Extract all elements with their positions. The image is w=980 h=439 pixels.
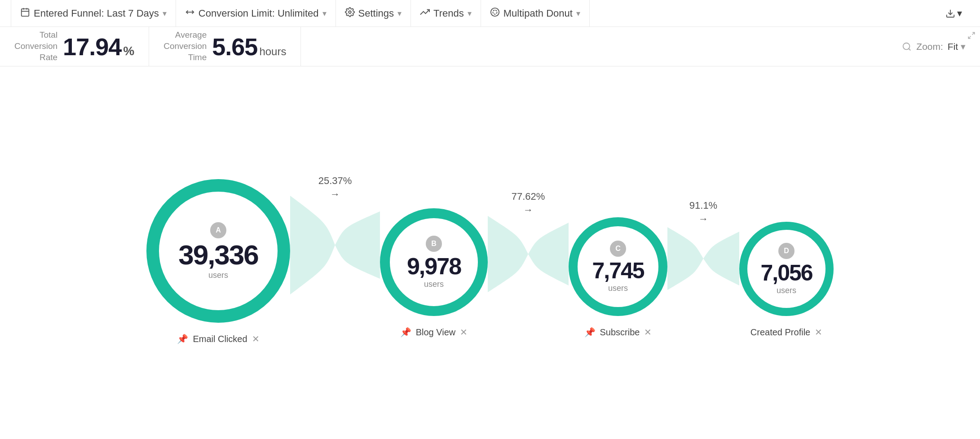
funnel-container: A 39,336 users 📌 Email Clicked ✕ 25.37% …	[146, 179, 834, 344]
rate-bc: 77.62%	[512, 191, 545, 202]
svg-line-12	[968, 36, 971, 39]
trends-chevron: ▾	[468, 9, 472, 18]
calendar-icon	[20, 7, 30, 20]
step-name-d: Created Profile ✕	[750, 327, 822, 338]
connector-bc: 77.62% →	[488, 191, 569, 306]
download-chevron: ▾	[957, 8, 962, 19]
connector-cd: 91.1% →	[667, 200, 739, 306]
svg-point-7	[493, 10, 497, 14]
node-number-c: 7,745	[592, 259, 644, 282]
circle-node-c: C 7,745 users	[569, 217, 667, 316]
settings-chevron: ▾	[397, 9, 402, 18]
connector-svg-bc	[488, 202, 569, 306]
multipath-chevron: ▾	[576, 9, 580, 18]
node-label-d: users	[777, 286, 796, 295]
zoom-value[interactable]: Fit ▾	[948, 41, 966, 52]
close-icon-c[interactable]: ✕	[644, 327, 652, 338]
toolbar-trends[interactable]: Trends ▾	[411, 0, 481, 26]
funnel-area: A 39,336 users 📌 Email Clicked ✕ 25.37% …	[0, 66, 980, 439]
step-name-label-a: Email Clicked	[193, 334, 247, 344]
funnel-step-d: D 7,056 users Created Profile ✕	[739, 222, 834, 338]
connector-svg-cd	[667, 211, 739, 306]
circle-node-a: A 39,336 users	[146, 179, 290, 323]
toolbar: Entered Funnel: Last 7 Days ▾ Conversion…	[0, 0, 980, 27]
step-name-label-b: Blog View	[416, 327, 456, 338]
entered-funnel-label: Entered Funnel: Last 7 Days	[34, 8, 159, 19]
step-name-b: 📌 Blog View ✕	[400, 327, 468, 338]
node-label-c: users	[608, 284, 628, 293]
svg-point-9	[903, 43, 910, 49]
avg-conversion-label: Average Conversion Time	[163, 30, 207, 63]
step-name-a: 📌 Email Clicked ✕	[177, 334, 259, 344]
circle-ring-d: D 7,056 users	[739, 222, 834, 316]
circle-node-b: B 9,978 users	[380, 208, 488, 316]
pin-icon-b: 📌	[400, 327, 411, 338]
node-number-b: 9,978	[407, 255, 461, 278]
stats-bar: Total Conversion Rate 17.94% Average Con…	[0, 27, 980, 66]
svg-line-11	[972, 32, 975, 35]
funnel-step-a: A 39,336 users 📌 Email Clicked ✕	[146, 179, 290, 344]
zoom-label: Zoom:	[916, 41, 943, 52]
conversion-icon	[185, 7, 195, 20]
circle-ring-a: A 39,336 users	[146, 179, 290, 323]
svg-rect-0	[22, 9, 29, 16]
node-number-d: 7,056	[760, 262, 812, 284]
close-icon-d[interactable]: ✕	[815, 327, 822, 338]
circle-ring-c: C 7,745 users	[569, 217, 667, 316]
gear-icon	[345, 7, 355, 20]
pin-icon-c: 📌	[584, 327, 596, 338]
rate-cd: 91.1%	[689, 200, 717, 211]
conversion-limit-label: Conversion Limit: Unlimited	[199, 8, 319, 19]
step-name-c: 📌 Subscribe ✕	[584, 327, 652, 338]
svg-point-6	[491, 8, 499, 16]
connector-svg-ab	[290, 187, 380, 303]
avg-conversion-stat: Average Conversion Time 5.65hours	[149, 27, 301, 66]
toolbar-right: ▾	[938, 4, 969, 23]
badge-b: B	[426, 236, 442, 252]
entered-funnel-chevron: ▾	[163, 9, 167, 18]
node-label-a: users	[208, 271, 228, 280]
step-name-label-d: Created Profile	[750, 327, 810, 338]
settings-label: Settings	[358, 8, 394, 19]
toolbar-conversion-limit[interactable]: Conversion Limit: Unlimited ▾	[176, 0, 336, 26]
node-label-b: users	[424, 280, 444, 289]
download-button[interactable]: ▾	[938, 4, 969, 23]
expand-button[interactable]	[967, 31, 976, 42]
node-number-a: 39,336	[178, 241, 258, 269]
connector-ab: 25.37% →	[290, 175, 380, 303]
conversion-limit-chevron: ▾	[322, 9, 327, 18]
badge-c: C	[610, 241, 626, 257]
zoom-icon	[902, 42, 912, 52]
donut-icon	[490, 7, 500, 20]
rate-ab: 25.37%	[318, 175, 352, 187]
toolbar-multipath[interactable]: Multipath Donut ▾	[481, 0, 590, 26]
trends-label: Trends	[433, 8, 464, 19]
step-name-label-c: Subscribe	[600, 327, 640, 338]
close-icon-a[interactable]: ✕	[252, 334, 260, 344]
total-conversion-value: 17.94%	[63, 33, 134, 61]
circle-node-d: D 7,056 users	[739, 222, 834, 316]
avg-conversion-value: 5.65hours	[212, 33, 286, 61]
pin-icon-a: 📌	[177, 334, 188, 344]
total-conversion-label: Total Conversion Rate	[14, 30, 57, 63]
badge-d: D	[778, 243, 795, 259]
close-icon-b[interactable]: ✕	[460, 327, 468, 338]
zoom-control[interactable]: Zoom: Fit ▾	[887, 27, 980, 66]
trends-icon	[420, 7, 430, 20]
badge-a: A	[210, 222, 226, 238]
toolbar-settings[interactable]: Settings ▾	[336, 0, 411, 26]
circle-ring-b: B 9,978 users	[380, 208, 488, 316]
svg-point-5	[349, 11, 351, 13]
funnel-step-c: C 7,745 users 📌 Subscribe ✕	[569, 217, 667, 338]
toolbar-entered-funnel[interactable]: Entered Funnel: Last 7 Days ▾	[11, 0, 176, 26]
svg-line-10	[909, 48, 911, 50]
funnel-step-b: B 9,978 users 📌 Blog View ✕	[380, 208, 488, 338]
total-conversion-stat: Total Conversion Rate 17.94%	[0, 27, 149, 66]
multipath-label: Multipath Donut	[503, 8, 573, 19]
